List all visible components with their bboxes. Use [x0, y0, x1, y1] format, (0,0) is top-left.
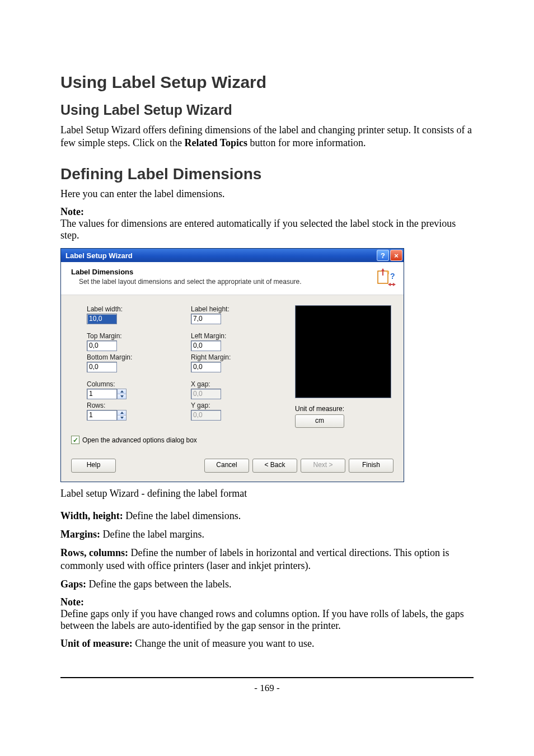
- rows-input[interactable]: 1: [87, 410, 117, 421]
- def-uom-text: Change the unit of measure you want to u…: [133, 638, 315, 649]
- label-height-input[interactable]: 7,0: [191, 314, 221, 324]
- note-block-2: Note: Define gaps only if you have chang…: [60, 596, 474, 632]
- x-gap-label: X gap:: [191, 380, 283, 388]
- def-unit-of-measure: Unit of measure: Change the unit of meas…: [60, 637, 474, 650]
- x-gap-input: 0,0: [191, 389, 221, 399]
- columns-input[interactable]: 1: [87, 389, 117, 399]
- bottom-margin-input[interactable]: 0,0: [87, 362, 117, 372]
- note2-label: Note:: [60, 596, 84, 608]
- back-button[interactable]: < Back: [252, 459, 297, 473]
- label-wizard-icon: ?: [376, 268, 396, 288]
- intro-related-topics: Related Topics: [184, 137, 247, 148]
- advanced-options-label: Open the advanced options dialog box: [82, 436, 197, 444]
- finish-button[interactable]: Finish: [349, 459, 394, 473]
- def-gaps-text: Define the gaps between the labels.: [86, 578, 231, 590]
- advanced-options-checkbox[interactable]: ✓: [71, 436, 79, 444]
- def-margins-text: Define the label margins.: [100, 529, 204, 540]
- unit-of-measure-button[interactable]: cm: [295, 414, 344, 428]
- def-rows-columns: Rows, columns: Define the number of labe…: [60, 547, 474, 572]
- left-margin-label: Left Margin:: [191, 332, 283, 340]
- def-margins-label: Margins:: [60, 529, 100, 540]
- note2-text: Define gaps only if you have changed row…: [60, 608, 464, 631]
- note-block-1: Note: The values for dimensions are ente…: [60, 206, 474, 241]
- note-label: Note:: [60, 206, 84, 217]
- rows-spinner[interactable]: [117, 410, 127, 421]
- top-margin-label: Top Margin:: [87, 332, 179, 340]
- right-margin-label: Right Margin:: [191, 353, 283, 361]
- def-width-height-text: Define the label dimensions.: [123, 510, 241, 521]
- dialog-right-column: Unit of measure: cm: [295, 305, 391, 428]
- footer-rule: [60, 677, 474, 678]
- label-width-input[interactable]: 10,0: [87, 314, 117, 324]
- page-number: - 169 -: [60, 683, 474, 694]
- label-setup-wizard-dialog: Label Setup Wizard ? × Label Dimensions …: [60, 248, 404, 482]
- section2-intro: Here you can enter the label dimensions.: [60, 188, 474, 200]
- dialog-header: Label Dimensions Set the label layout di…: [61, 262, 404, 295]
- label-width-label: Label width:: [87, 305, 179, 313]
- dialog-help-icon[interactable]: ?: [377, 250, 389, 261]
- dialog-header-subtext: Set the label layout dimensions and sele…: [71, 278, 302, 286]
- next-button: Next >: [301, 459, 345, 473]
- rows-label: Rows:: [87, 402, 179, 409]
- dialog-title-bar: Label Setup Wizard ? ×: [61, 249, 404, 262]
- y-gap-label: Y gap:: [191, 402, 283, 409]
- columns-spinner[interactable]: [117, 389, 127, 399]
- dialog-left-column: Label width: 10,0 Top Margin: 0,0 Bottom…: [87, 305, 179, 428]
- y-gap-input: 0,0: [191, 410, 221, 421]
- page-title: Using Label Setup Wizard: [60, 73, 474, 92]
- def-gaps-label: Gaps:: [60, 578, 86, 590]
- intro-text-post: button for more information.: [247, 137, 366, 148]
- left-margin-input[interactable]: 0,0: [191, 340, 221, 351]
- svg-text:?: ?: [390, 272, 395, 281]
- def-uom-label: Unit of measure:: [60, 638, 133, 649]
- dialog-title-text: Label Setup Wizard: [65, 251, 133, 260]
- label-height-label: Label height:: [191, 305, 283, 313]
- svg-marker-2: [381, 268, 385, 271]
- unit-of-measure-label: Unit of measure:: [295, 405, 391, 413]
- help-button[interactable]: Help: [71, 459, 116, 473]
- section-subtitle: Using Label Setup Wizard: [60, 102, 474, 118]
- bottom-margin-label: Bottom Margin:: [87, 353, 179, 361]
- top-margin-input[interactable]: 0,0: [87, 340, 117, 351]
- figure-caption: Label setup Wizard - defining the label …: [60, 488, 474, 500]
- cancel-button[interactable]: Cancel: [204, 459, 249, 473]
- section-defining-dimensions: Defining Label Dimensions: [60, 165, 474, 183]
- dialog-header-title: Label Dimensions: [71, 268, 302, 276]
- def-margins: Margins: Define the label margins.: [60, 528, 474, 541]
- note1-text: The values for dimensions are entered au…: [60, 218, 456, 241]
- columns-label: Columns:: [87, 380, 179, 388]
- svg-marker-5: [393, 283, 396, 286]
- label-preview: [295, 305, 391, 398]
- def-rows-columns-label: Rows, columns:: [60, 547, 128, 558]
- def-width-height: Width, height: Define the label dimensio…: [60, 510, 474, 522]
- intro-paragraph: Label Setup Wizard offers defining dimen…: [60, 124, 474, 150]
- def-gaps: Gaps: Define the gaps between the labels…: [60, 578, 474, 591]
- def-width-height-label: Width, height:: [60, 510, 123, 521]
- right-margin-input[interactable]: 0,0: [191, 362, 221, 372]
- dialog-middle-column: Label height: 7,0 Left Margin: 0,0 Right…: [191, 305, 283, 428]
- dialog-close-icon[interactable]: ×: [390, 250, 402, 261]
